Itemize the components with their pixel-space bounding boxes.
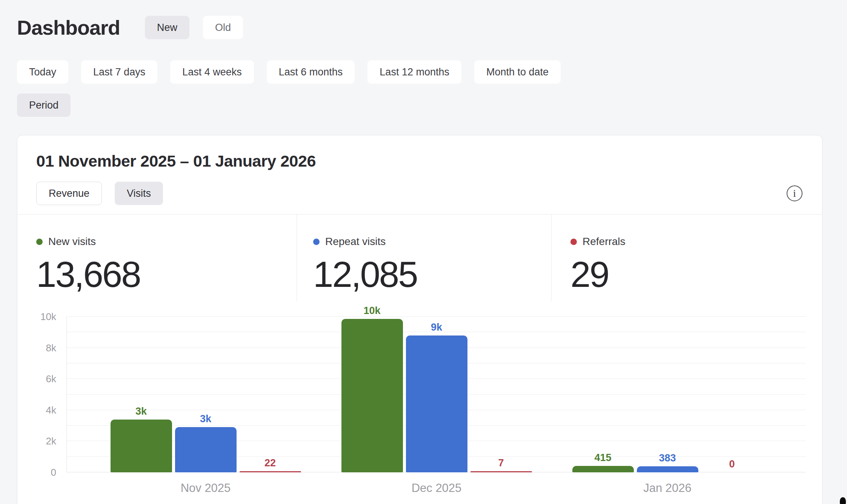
bar-value-label: 9k	[406, 322, 467, 333]
info-icon-glyph: i	[793, 187, 796, 199]
bar-group-jan-2026: 4153830	[572, 317, 763, 472]
referrals-legend-dot	[570, 239, 577, 245]
filter-month-to-date[interactable]: Month to date	[474, 60, 561, 84]
metric-referrals: Referrals29	[551, 214, 822, 301]
card-header: 01 November 2025 – 01 January 2026 Reven…	[17, 135, 822, 214]
chart-plot-area: 02k4k6k8k10k3k3k22Nov 202510k9k7Dec 2025…	[66, 317, 806, 472]
date-range-title: 01 November 2025 – 01 January 2026	[36, 152, 803, 170]
bar-referrals-dec-2025[interactable]	[470, 471, 532, 472]
cursor	[840, 497, 846, 504]
bar-repeat-visits-nov-2025[interactable]	[175, 427, 237, 472]
y-axis-tick-label: 6k	[17, 373, 56, 385]
x-axis-label-jan-2026: Jan 2026	[572, 481, 763, 495]
bar-slot-repeat-visits-jan-2026: 383	[637, 317, 698, 472]
metric-label: Repeat visits	[325, 236, 386, 248]
info-icon[interactable]: i	[787, 185, 802, 201]
metric-label: Referrals	[583, 236, 626, 248]
view-toggle-old[interactable]: Old	[203, 16, 243, 39]
metric-value: 29	[570, 254, 822, 295]
metric-repeat-visits: Repeat visits12,085	[297, 214, 551, 301]
x-axis-label-dec-2025: Dec 2025	[341, 481, 532, 495]
tab-visits[interactable]: Visits	[115, 182, 163, 205]
metric-new-visits: New visits13,668	[17, 214, 297, 301]
filter-period[interactable]: Period	[17, 93, 71, 117]
bar-new-visits-nov-2025[interactable]	[111, 420, 172, 472]
bar-group-nov-2025: 3k3k22	[111, 317, 301, 472]
bar-slot-new-visits-nov-2025: 3k	[111, 317, 172, 472]
x-axis-label-nov-2025: Nov 2025	[111, 481, 301, 495]
bar-value-label: 22	[240, 457, 301, 469]
metric-header: Referrals	[570, 236, 822, 248]
metric-value: 12,085	[313, 254, 551, 295]
top-bar: Dashboard NewOld	[0, 0, 847, 39]
filter-today[interactable]: Today	[17, 60, 68, 84]
new-visits-legend-dot	[36, 239, 43, 245]
view-toggle-new[interactable]: New	[145, 16, 189, 39]
visits-bar-chart: 02k4k6k8k10k3k3k22Nov 202510k9k7Dec 2025…	[17, 317, 822, 472]
metrics-summary: New visits13,668Repeat visits12,085Refer…	[17, 214, 822, 301]
filter-last-7-days[interactable]: Last 7 days	[81, 60, 157, 84]
bar-slot-repeat-visits-dec-2025: 9k	[406, 317, 467, 472]
metric-type-tabs: RevenueVisits	[36, 182, 163, 205]
bar-value-label: 0	[701, 458, 763, 470]
y-axis-tick-label: 10k	[17, 311, 56, 322]
repeat-visits-legend-dot	[313, 239, 320, 245]
bar-slot-referrals-nov-2025: 22	[240, 317, 301, 472]
filters-row-2: Period	[0, 93, 847, 117]
filter-last-4-weeks[interactable]: Last 4 weeks	[170, 60, 254, 84]
bar-repeat-visits-dec-2025[interactable]	[406, 335, 467, 472]
bar-value-label: 415	[572, 452, 634, 464]
y-axis-tick-label: 8k	[17, 342, 56, 354]
bar-value-label: 7	[470, 457, 532, 469]
metric-header: New visits	[36, 236, 297, 248]
bar-new-visits-dec-2025[interactable]	[341, 319, 403, 472]
bar-value-label: 3k	[111, 406, 172, 417]
dashboard-card: 01 November 2025 – 01 January 2026 Reven…	[17, 135, 822, 504]
bar-repeat-visits-jan-2026[interactable]	[637, 466, 698, 472]
bar-slot-referrals-dec-2025: 7	[470, 317, 532, 472]
bar-group-dec-2025: 10k9k7	[341, 317, 532, 472]
bar-slot-repeat-visits-nov-2025: 3k	[175, 317, 237, 472]
bar-value-label: 383	[637, 452, 698, 464]
view-toggle: NewOld	[145, 16, 243, 39]
y-axis-tick-label: 4k	[17, 404, 56, 416]
bar-slot-new-visits-jan-2026: 415	[572, 317, 634, 472]
y-axis-tick-label: 0	[17, 467, 56, 478]
filter-last-12-months[interactable]: Last 12 months	[367, 60, 461, 84]
filter-last-6-months[interactable]: Last 6 months	[267, 60, 355, 84]
metric-label: New visits	[48, 236, 96, 248]
page-title: Dashboard	[17, 16, 120, 39]
tabs-row: RevenueVisits i	[36, 182, 803, 205]
bar-slot-new-visits-dec-2025: 10k	[341, 317, 403, 472]
bar-value-label: 10k	[341, 305, 403, 317]
metric-value: 13,668	[36, 254, 297, 295]
tab-revenue[interactable]: Revenue	[36, 182, 102, 205]
bar-referrals-nov-2025[interactable]	[240, 471, 301, 472]
bar-slot-referrals-jan-2026: 0	[701, 317, 763, 472]
y-axis-tick-label: 2k	[17, 435, 56, 447]
bar-new-visits-jan-2026[interactable]	[572, 466, 634, 472]
metric-header: Repeat visits	[313, 236, 551, 248]
bar-value-label: 3k	[175, 413, 237, 425]
filters-row-1: TodayLast 7 daysLast 4 weeksLast 6 month…	[0, 60, 847, 84]
